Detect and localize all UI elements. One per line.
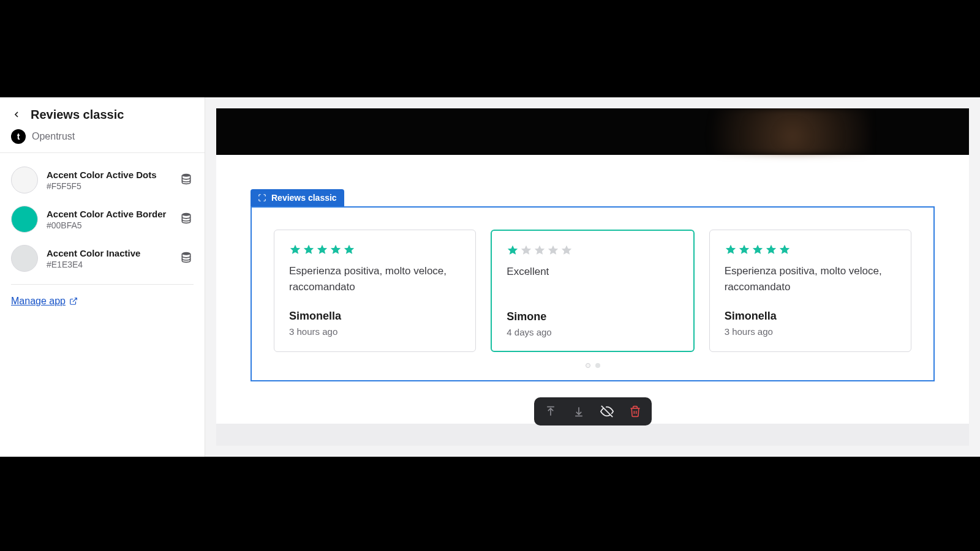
color-meta: Accent Color Active Border#00BFA5 [47, 209, 172, 230]
review-author: Simonella [289, 310, 461, 323]
color-label: Accent Color Active Dots [47, 170, 172, 180]
app-icon: t [11, 129, 26, 144]
svg-point-2 [182, 252, 190, 255]
color-label: Accent Color Inactive [47, 248, 172, 258]
move-down-button[interactable] [571, 403, 587, 419]
color-hex-value: #E1E3E4 [47, 260, 172, 269]
color-swatch[interactable] [11, 245, 38, 272]
color-list: Accent Color Active Dots#F5F5F5Accent Co… [0, 153, 205, 278]
delete-button[interactable] [627, 403, 643, 419]
sidebar-title: Reviews classic [31, 108, 124, 122]
star-icon [520, 244, 532, 257]
star-rating [289, 244, 461, 256]
move-down-icon [573, 405, 585, 418]
review-card[interactable]: Esperienza positiva, molto veloce, racco… [709, 230, 911, 352]
section-frame-icon [258, 193, 266, 202]
section-toolbar [534, 397, 652, 425]
color-label: Accent Color Active Border [47, 209, 172, 219]
review-timestamp: 4 days ago [507, 327, 678, 337]
color-swatch[interactable] [11, 167, 38, 193]
hero-image-strip [216, 108, 969, 155]
review-text: Esperienza positiva, molto veloce, racco… [289, 263, 461, 296]
database-icon[interactable] [180, 212, 194, 227]
review-author: Simone [507, 310, 678, 323]
color-setting-row[interactable]: Accent Color Active Dots#F5F5F5 [11, 160, 194, 200]
review-author: Simonella [725, 310, 896, 323]
section-badge-label: Reviews classic [271, 193, 337, 203]
preview-canvas: Reviews classic Esperienza positiva, mol… [216, 108, 969, 446]
star-icon [765, 244, 777, 256]
carousel-dot[interactable] [586, 363, 590, 368]
star-icon [330, 244, 342, 256]
settings-sidebar: Reviews classic t Opentrust Accent Color… [0, 97, 205, 457]
hide-button[interactable] [599, 403, 615, 419]
svg-line-3 [73, 298, 77, 302]
star-icon [752, 244, 764, 256]
carousel-dot[interactable] [595, 363, 600, 368]
color-setting-row[interactable]: Accent Color Active Border#00BFA5 [11, 200, 194, 239]
review-card[interactable]: ExcellentSimone4 days ago [491, 230, 694, 352]
star-icon [303, 244, 315, 256]
manage-app-link[interactable]: Manage app [11, 296, 78, 307]
star-icon [533, 244, 546, 257]
manage-app-link-label: Manage app [11, 296, 66, 307]
color-hex-value: #00BFA5 [47, 220, 172, 230]
review-text: Esperienza positiva, molto veloce, racco… [725, 263, 896, 296]
star-icon [507, 244, 519, 257]
reviews-row: Esperienza positiva, molto veloce, racco… [274, 230, 911, 352]
back-button[interactable] [11, 106, 22, 123]
review-timestamp: 3 hours ago [725, 326, 896, 337]
color-meta: Accent Color Inactive#E1E3E4 [47, 248, 172, 269]
review-timestamp: 3 hours ago [289, 326, 461, 337]
app-name: Opentrust [32, 131, 75, 142]
section-selected-box[interactable]: Esperienza positiva, molto veloce, racco… [251, 206, 935, 381]
trash-icon [629, 405, 641, 418]
move-up-icon [545, 405, 557, 418]
star-icon [547, 244, 559, 257]
review-card[interactable]: Esperienza positiva, molto veloce, racco… [274, 230, 476, 352]
review-text: Excellent [507, 264, 678, 297]
eye-off-icon [600, 405, 614, 418]
svg-point-0 [182, 174, 190, 177]
color-meta: Accent Color Active Dots#F5F5F5 [47, 170, 172, 191]
color-hex-value: #F5F5F5 [47, 181, 172, 191]
svg-point-1 [182, 213, 190, 216]
footer-band [216, 424, 969, 446]
color-setting-row[interactable]: Accent Color Inactive#E1E3E4 [11, 239, 194, 278]
star-icon [778, 244, 791, 256]
star-icon [343, 244, 355, 256]
database-icon[interactable] [180, 251, 194, 266]
star-icon [725, 244, 737, 256]
star-rating [507, 244, 678, 257]
external-link-icon [69, 297, 78, 305]
star-rating [725, 244, 896, 256]
star-icon [289, 244, 301, 256]
move-up-button[interactable] [543, 403, 559, 419]
carousel-dots [274, 363, 911, 368]
app-row: t Opentrust [0, 129, 205, 153]
star-icon [316, 244, 328, 256]
section-badge[interactable]: Reviews classic [251, 189, 344, 206]
database-icon[interactable] [180, 173, 194, 187]
color-swatch[interactable] [11, 206, 38, 233]
star-icon [560, 244, 573, 257]
star-icon [738, 244, 750, 256]
preview-canvas-area: Reviews classic Esperienza positiva, mol… [205, 97, 980, 457]
